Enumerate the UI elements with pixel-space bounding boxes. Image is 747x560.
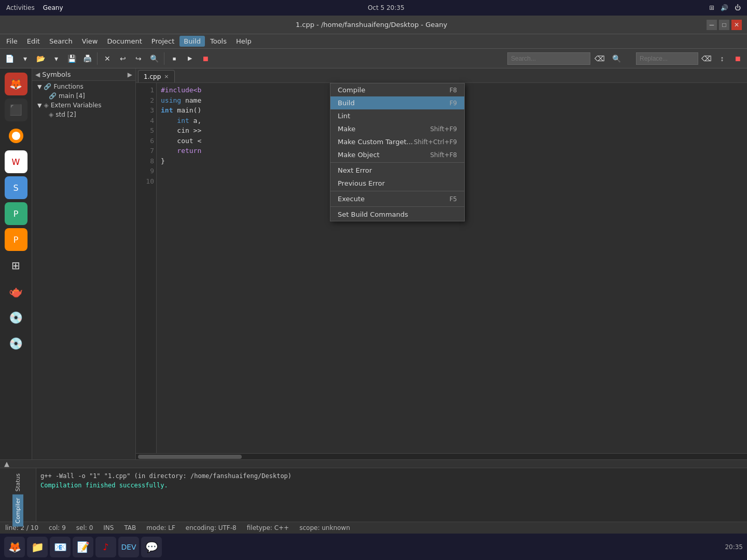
replace-search-icon[interactable]: ↕ (715, 51, 729, 66)
menu-project[interactable]: Project (147, 36, 178, 47)
search-input[interactable] (507, 52, 590, 65)
taskbar-firefox[interactable]: 🦊 (4, 537, 25, 557)
menu-edit[interactable]: Edit (23, 36, 44, 47)
tree-main[interactable]: 🔗 main [4] (43, 91, 133, 101)
menu-prev-error[interactable]: Previous Error (330, 177, 464, 190)
menu-search[interactable]: Search (45, 36, 77, 47)
teapot-icon[interactable]: 🫖 (5, 280, 27, 303)
activities-label[interactable]: Activities (6, 4, 35, 11)
compile-shortcut: F8 (449, 87, 457, 94)
menu-compile[interactable]: Compile F8 (330, 83, 464, 96)
menu-lint[interactable]: Lint (330, 109, 464, 122)
compile-button[interactable]: ■ (167, 51, 182, 66)
open-dropdown[interactable]: ▾ (49, 51, 63, 66)
tree-expand-extern-icon: ▼ (37, 102, 42, 109)
tree-std[interactable]: ◈ std [2] (43, 110, 133, 119)
taskbar-files[interactable]: 📁 (27, 537, 48, 557)
pjproject-icon[interactable]: P (5, 202, 27, 225)
menu-make-object[interactable]: Make Object Shift+F8 (330, 148, 464, 161)
menu-make[interactable]: Make Shift+F9 (330, 122, 464, 135)
panel-left-arrow[interactable]: ◀ (35, 71, 40, 78)
compiler-result: Compilation finished successfully. (40, 481, 743, 490)
print-button[interactable]: 🖨️ (80, 51, 94, 66)
taskbar-dev[interactable]: DEV (118, 537, 139, 557)
new-dropdown[interactable]: ▾ (18, 51, 32, 66)
scrollbar-thumb[interactable] (138, 455, 242, 459)
build-menu: Compile F8 Build F9 Lint Make Shift+F9 (330, 83, 465, 221)
horizontal-scrollbar[interactable] (136, 453, 747, 459)
replace-go[interactable]: ⌫ (699, 51, 714, 66)
bottom-arrow-up[interactable]: ▲ (4, 460, 9, 468)
menu-help[interactable]: Help (232, 36, 256, 47)
menu-next-error[interactable]: Next Error (330, 164, 464, 177)
synaptic-icon[interactable]: P (5, 228, 27, 251)
toolbar: 📄 ▾ 📂 ▾ 💾 🖨️ ✕ ↩ ↪ 🔍 ■ ▶ ⏹ ⌫ 🔍 ⌫ ↕ ⏹ (0, 49, 747, 68)
tree-functions[interactable]: ▼ 🔗 Functions (34, 82, 133, 91)
network-icon: ⊞ (709, 4, 714, 11)
extern-children: ◈ std [2] (34, 110, 133, 119)
left-icon-bar: 🦊 ⬛ W S P P ⊞ 🫖 💿 💿 (0, 68, 32, 459)
app-window: 1.cpp - /home/fanshuaifeng/Desktop - Gea… (0, 16, 747, 533)
lint-label: Lint (338, 112, 350, 120)
search-icon-btn[interactable]: 🔍 (609, 51, 624, 66)
make-custom-shortcut: Shift+Ctrl+F9 (414, 138, 457, 146)
menu-execute[interactable]: Execute F5 (330, 192, 464, 205)
dvd2-icon[interactable]: 💿 (5, 332, 27, 355)
close-tab-button[interactable]: ✕ (100, 51, 115, 66)
make-object-shortcut: Shift+F8 (430, 151, 457, 159)
replace-input[interactable] (636, 52, 698, 65)
menu-document[interactable]: Document (103, 36, 146, 47)
new-button[interactable]: 📄 (2, 51, 17, 66)
std-label: std [2] (56, 111, 76, 118)
title-bar: 1.cpp - /home/fanshuaifeng/Desktop - Gea… (0, 16, 747, 34)
stop-button[interactable]: ⏹ (730, 51, 745, 66)
tab-1cpp[interactable]: 1.cpp × (138, 70, 175, 82)
search-go[interactable]: ⌫ (592, 51, 607, 66)
set-build-label: Set Build Commands (338, 211, 408, 218)
taskbar-mail[interactable]: 📧 (50, 537, 71, 557)
taskbar-text[interactable]: 📝 (73, 537, 93, 557)
bottom-panel-content: Status Compiler g++ -Wall -o "1" "1.cpp"… (0, 468, 747, 527)
dvd-icon[interactable]: 💿 (5, 306, 27, 329)
close-button[interactable]: ✕ (731, 20, 742, 30)
taskbar-chat[interactable]: 💬 (141, 537, 162, 557)
menu-tools[interactable]: Tools (206, 36, 231, 47)
terminal-icon[interactable]: ⬛ (5, 99, 27, 121)
panel-right-arrow[interactable]: ▶ (128, 71, 132, 78)
execute-shortcut: F5 (449, 195, 457, 203)
make-custom-label: Make Custom Target... (338, 138, 413, 146)
taskbar-music[interactable]: ♪ (95, 537, 116, 557)
soffice-icon[interactable]: W (5, 150, 27, 173)
statusbar-ins: INS (103, 524, 114, 531)
menu-set-build[interactable]: Set Build Commands (330, 208, 464, 221)
statusbar-encoding: encoding: UTF-8 (186, 524, 237, 531)
undo-button[interactable]: ↩ (116, 51, 130, 66)
status-tab[interactable]: Status (12, 470, 23, 495)
power-icon[interactable]: ⏻ (735, 4, 741, 11)
leafpad-icon[interactable]: S (5, 176, 27, 199)
menu-build[interactable]: Build (179, 36, 205, 47)
apps-icon[interactable]: ⊞ (5, 254, 27, 277)
compiler-tab[interactable]: Compiler (12, 495, 23, 527)
tab-close-icon[interactable]: × (164, 73, 169, 80)
execute-label: Execute (338, 195, 365, 203)
find-button[interactable]: 🔍 (147, 51, 161, 66)
build-button[interactable]: ▶ (183, 51, 197, 66)
fn-icon: 🔗 (49, 92, 57, 100)
menu-make-custom[interactable]: Make Custom Target... Shift+Ctrl+F9 (330, 135, 464, 148)
geany-icon[interactable] (5, 124, 27, 147)
menu-build-item[interactable]: Build F9 (330, 96, 464, 109)
redo-button[interactable]: ↪ (131, 51, 146, 66)
run-button[interactable]: ⏹ (198, 51, 213, 66)
menu-file[interactable]: File (2, 36, 22, 47)
minimize-button[interactable]: ─ (707, 20, 717, 30)
system-bar-left: Activities Geany (6, 4, 63, 11)
firefox-icon[interactable]: 🦊 (5, 73, 27, 95)
open-button[interactable]: 📂 (33, 51, 48, 66)
save-button[interactable]: 💾 (64, 51, 79, 66)
maximize-button[interactable]: □ (719, 20, 729, 30)
tab-filename: 1.cpp (144, 73, 161, 80)
menu-view[interactable]: View (78, 36, 102, 47)
geany-label[interactable]: Geany (43, 4, 63, 11)
tree-extern-vars[interactable]: ▼ ◈ Extern Variables (34, 101, 133, 110)
